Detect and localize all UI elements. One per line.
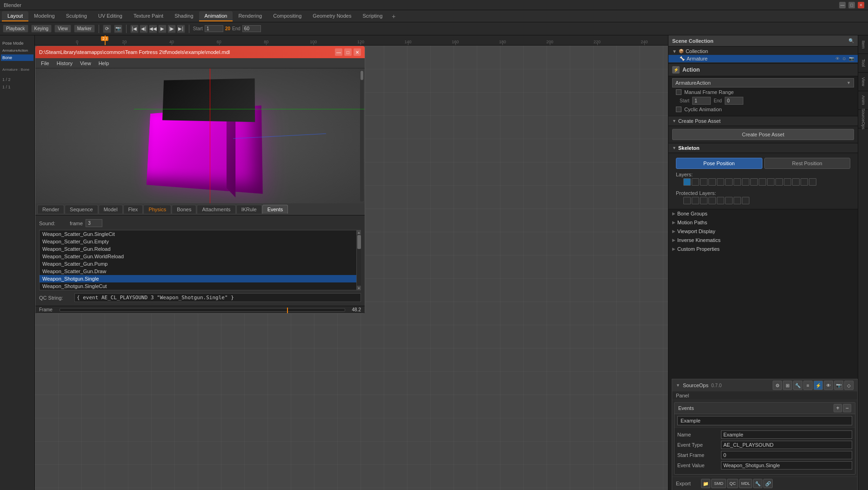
tab-physics[interactable]: Physics: [143, 205, 171, 214]
maximize-button[interactable]: □: [848, 2, 855, 8]
layer-10[interactable]: [759, 178, 766, 186]
minimize-button[interactable]: —: [839, 2, 846, 8]
tab-scripting[interactable]: Scripting: [357, 11, 388, 21]
close-button[interactable]: ✕: [858, 2, 864, 8]
listbox-item-7[interactable]: Weapon_Shotgun.SingleCut: [40, 282, 361, 290]
layer-9[interactable]: [750, 178, 758, 186]
listbox-item-1[interactable]: Weapon_Scatter_Gun.Empty: [40, 238, 361, 245]
next-keyframe-button[interactable]: |▶: [167, 25, 176, 33]
layer-15[interactable]: [801, 178, 808, 186]
viewport-scrollbar[interactable]: [360, 70, 364, 201]
armature-action-dropdown[interactable]: ArmatureAction ▼: [672, 78, 854, 87]
sourceops-copy-icon[interactable]: ⊞: [783, 381, 792, 390]
start-frame-so-field[interactable]: [721, 451, 852, 459]
frame-track[interactable]: [60, 308, 345, 312]
tab-ikrule[interactable]: IKRule: [236, 205, 262, 214]
sourceops-view-icon[interactable]: 👁: [824, 381, 833, 390]
tab-layout[interactable]: Layout: [2, 11, 28, 21]
play-reverse-button[interactable]: ◀◀: [149, 25, 157, 33]
tab-modeling[interactable]: Modeling: [28, 11, 60, 21]
tab-attachments[interactable]: Attachments: [197, 205, 235, 214]
sourceops-layers-icon[interactable]: ≡: [803, 381, 813, 390]
export-tool-icon[interactable]: 🔧: [753, 479, 762, 488]
listbox-item-2[interactable]: Weapon_Scatter_Gun.Reload: [40, 245, 361, 253]
manual-frame-range-checkbox[interactable]: [676, 89, 681, 95]
popup-close-button[interactable]: ✕: [354, 48, 361, 56]
sync-icon[interactable]: ⟳: [103, 25, 111, 33]
layer-5[interactable]: [717, 178, 724, 186]
prot-layer-7[interactable]: [734, 197, 741, 204]
cyclic-checkbox[interactable]: [676, 107, 681, 112]
event-value-field[interactable]: [721, 461, 852, 470]
layer-4[interactable]: [708, 178, 716, 186]
timeline-ruler[interactable]: 20 0 20 40 60 80 100 120 140 160 180 200…: [35, 35, 668, 46]
tab-animation[interactable]: Animation: [199, 11, 233, 21]
event-type-field[interactable]: [721, 441, 852, 449]
motion-paths-row[interactable]: ▶ Motion Paths: [668, 218, 858, 227]
scene-filter-icon[interactable]: 🔍: [848, 38, 854, 43]
export-mdl-button[interactable]: MDL: [739, 479, 752, 488]
prot-layer-3[interactable]: [700, 197, 708, 204]
listbox-item-selected[interactable]: Weapon_Shotgun.Single: [40, 275, 361, 282]
playback-menu[interactable]: Playback: [3, 25, 28, 33]
start-frame-input[interactable]: [205, 25, 223, 32]
scroll-up-button[interactable]: ▲: [357, 230, 361, 235]
listbox-item-3[interactable]: Weapon_Scatter_Gun.WorldReload: [40, 253, 361, 260]
listbox-item-0[interactable]: Weapon_Scatter_Gun.SingleCit: [40, 230, 361, 238]
start-frame[interactable]: [692, 97, 711, 105]
layer-6[interactable]: [725, 178, 733, 186]
add-workspace-button[interactable]: +: [388, 11, 399, 22]
popup-minimize-button[interactable]: —: [335, 48, 342, 56]
sourceops-collapse-arrow[interactable]: ▼: [676, 383, 680, 388]
tab-flex[interactable]: Flex: [123, 205, 143, 214]
listbox-scrollbar[interactable]: ▲ ▼: [356, 230, 361, 290]
popup-menu-help[interactable]: Help: [95, 60, 113, 67]
tab-geometry-nodes[interactable]: Geometry Nodes: [307, 11, 357, 21]
jump-start-button[interactable]: |◀: [130, 25, 139, 33]
sourceops-mesh-icon[interactable]: ◇: [844, 381, 854, 390]
sidebar-bone-item[interactable]: Bone: [1, 54, 33, 61]
layer-14[interactable]: [792, 178, 800, 186]
remove-event-button[interactable]: −: [843, 404, 851, 412]
bone-groups-row[interactable]: ▶ Bone Groups: [668, 209, 858, 218]
prot-layer-6[interactable]: [725, 197, 733, 204]
prot-layer-2[interactable]: [692, 197, 699, 204]
pose-position-button[interactable]: Pose Position: [676, 158, 762, 169]
add-event-button[interactable]: +: [834, 404, 842, 412]
export-folder-icon[interactable]: 📁: [701, 479, 710, 488]
event-search-input[interactable]: [677, 416, 852, 425]
tab-sculpting[interactable]: Sculpting: [60, 11, 93, 21]
tab-uv-editing[interactable]: UV Editing: [93, 11, 128, 21]
prot-layer-1[interactable]: [683, 197, 691, 204]
export-smd-button[interactable]: SMD: [711, 479, 726, 488]
sourceops-tool-icon[interactable]: 🔧: [793, 381, 802, 390]
scene-tree-armature[interactable]: 🦴 Armature 👁 ⊙ 📷: [668, 55, 858, 62]
render-icon[interactable]: 📷: [849, 56, 854, 61]
sourceops-gear-icon[interactable]: ⚙: [773, 381, 782, 390]
popup-menu-file[interactable]: File: [37, 60, 53, 67]
vert-tab-tool[interactable]: Tool: [858, 54, 868, 73]
layer-8[interactable]: [742, 178, 749, 186]
vert-tab-sourceops[interactable]: SourceOps: [858, 110, 868, 128]
custom-properties-row[interactable]: ▶ Custom Properties: [668, 245, 858, 254]
vert-tab-view[interactable]: View: [858, 73, 868, 91]
viewport-icon[interactable]: ⊙: [842, 56, 846, 61]
tab-texture-paint[interactable]: Texture Paint: [128, 11, 169, 21]
tab-render[interactable]: Render: [37, 205, 64, 214]
tab-bones[interactable]: Bones: [172, 205, 196, 214]
prot-layer-4[interactable]: [708, 197, 716, 204]
skeleton-header[interactable]: ▼ Skeleton: [668, 143, 858, 153]
tab-compositing[interactable]: Compositing: [267, 11, 307, 21]
vert-tab-item[interactable]: Item: [858, 35, 868, 54]
keying-menu[interactable]: Keying: [31, 25, 52, 33]
listbox-item-4[interactable]: Weapon_Scatter_Gun.Pump: [40, 260, 361, 268]
layer-16[interactable]: [809, 178, 816, 186]
sound-listbox[interactable]: Weapon_Scatter_Gun.SingleCit Weapon_Scat…: [39, 230, 361, 290]
layer-3[interactable]: [700, 178, 708, 186]
layer-7[interactable]: [734, 178, 741, 186]
tab-model[interactable]: Model: [99, 205, 123, 214]
listbox-item-5[interactable]: Weapon_Scatter_Gun.Draw: [40, 268, 361, 275]
scene-tree-root[interactable]: ▼ 📦 Collection: [668, 47, 858, 55]
create-pose-asset-button[interactable]: Create Pose Asset: [672, 129, 854, 140]
eye-icon[interactable]: 👁: [835, 56, 840, 61]
